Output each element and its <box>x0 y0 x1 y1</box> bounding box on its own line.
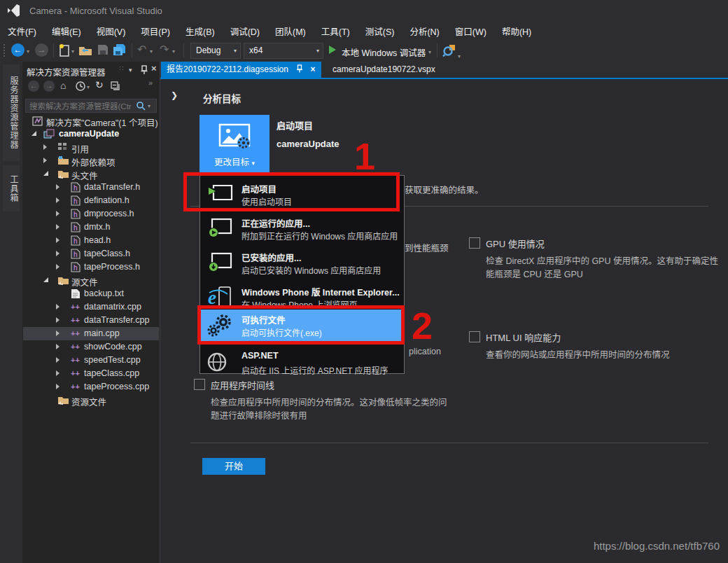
start-debug-play-icon[interactable] <box>329 46 336 54</box>
new-file-caret-icon[interactable]: ▾ <box>71 48 74 55</box>
tree-item-tapeProcess.cpp[interactable]: ++tapeProcess.cpp <box>23 380 159 394</box>
collapsed-arrow-icon[interactable] <box>56 304 59 310</box>
menu-item-3[interactable]: 项目(P) <box>133 21 178 39</box>
tree-item-datamatrix.cpp[interactable]: ++datamatrix.cpp <box>23 300 159 314</box>
tab-pin-icon[interactable] <box>296 64 303 73</box>
collapse-chevron-icon[interactable]: ❯ <box>171 90 178 100</box>
panel-options-icon[interactable]: ∷ <box>119 64 123 72</box>
solution-configuration-select[interactable]: Debug▾ <box>190 43 241 59</box>
collapsed-arrow-icon[interactable] <box>43 144 47 150</box>
side-tab-server-explorer[interactable]: 服务器资源管理器 <box>3 64 20 161</box>
tree-item-头文件[interactable]: 头文件 <box>23 167 159 181</box>
menu-item-5[interactable]: 调试(D) <box>223 21 267 39</box>
tree-item-backup.txt[interactable]: backup.txt <box>23 287 159 300</box>
tree-item-源文件[interactable]: 源文件 <box>23 274 159 287</box>
se-back-button[interactable]: ← <box>28 81 39 92</box>
se-pending-caret-icon[interactable]: ▾ <box>87 84 90 90</box>
tree-item-dmtx.h[interactable]: hdmtx.h <box>23 221 159 234</box>
menu-item-4[interactable]: 生成(B) <box>178 21 223 39</box>
side-tab-toolbox[interactable]: 工具箱 <box>3 165 20 211</box>
se-forward-button[interactable]: → <box>43 81 55 92</box>
undo-button[interactable]: ↶ <box>137 43 146 56</box>
tab-diagsession[interactable]: 报告20190722-2112.diagsession × <box>161 62 321 78</box>
collapsed-arrow-icon[interactable] <box>56 344 59 349</box>
se-home-icon[interactable]: ⌂ <box>60 80 66 91</box>
profiler-button[interactable] <box>442 43 456 57</box>
tree-item-tapeProcess.h[interactable]: htapeProcess.h <box>23 260 159 274</box>
tree-item-dataTransfer.cpp[interactable]: ++dataTransfer.cpp <box>23 314 159 327</box>
close-panel-icon[interactable]: × <box>151 63 157 74</box>
collapsed-arrow-icon[interactable] <box>56 370 59 376</box>
target-menu-item-1[interactable]: 正在运行的应用...附加到正在运行的 Windows 应用商店应用 <box>201 213 403 246</box>
menu-item-10[interactable]: 窗口(W) <box>447 21 494 39</box>
collapsed-arrow-icon[interactable] <box>56 384 59 389</box>
redo-caret-icon[interactable]: ▾ <box>172 48 175 55</box>
save-button[interactable] <box>97 44 108 55</box>
start-button[interactable]: 开始 <box>202 458 265 475</box>
tab-close-icon[interactable]: × <box>311 64 316 74</box>
collapsed-arrow-icon[interactable] <box>56 357 59 363</box>
tree-item-speedTest.cpp[interactable]: ++speedTest.cpp <box>23 354 159 367</box>
collapsed-arrow-icon[interactable] <box>56 197 59 203</box>
target-menu-item-5[interactable]: ASP.NET启动在 IIS 上运行的 ASP.NET 应用程序 <box>201 347 403 381</box>
target-menu-item-2[interactable]: 已安装的应用...启动已安装的 Windows 应用商店应用 <box>201 247 403 281</box>
tree-item-dataTransfer.h[interactable]: hdataTransfer.h <box>23 181 159 194</box>
save-all-button[interactable] <box>113 43 126 56</box>
new-file-button[interactable] <box>59 43 70 57</box>
collapsed-arrow-icon[interactable] <box>56 317 59 323</box>
menu-item-7[interactable]: 工具(T) <box>314 21 358 39</box>
solution-platform-select[interactable]: x64▾ <box>244 43 323 59</box>
menu-item-11[interactable]: 帮助(H) <box>494 21 539 39</box>
collapsed-arrow-icon[interactable] <box>43 158 47 163</box>
collapsed-arrow-icon[interactable] <box>56 211 59 216</box>
navigate-forward-button[interactable]: → <box>35 43 48 57</box>
redo-button[interactable]: ↷ <box>160 43 169 56</box>
tree-item-外部依赖项[interactable]: 外部依赖项 <box>23 154 159 167</box>
tree-item-资源文件[interactable]: 资源文件 <box>23 394 159 407</box>
toolbar-overflow-icon[interactable]: ▾ <box>458 53 461 60</box>
start-debug-button[interactable]: 本地 Windows 调试器 <box>342 46 426 59</box>
html-ui-checkbox[interactable] <box>469 331 480 342</box>
tree-item-head.h[interactable]: hhead.h <box>23 234 159 247</box>
menu-item-0[interactable]: 文件(F) <box>0 21 44 39</box>
open-file-button[interactable] <box>78 44 92 56</box>
tree-item-引用[interactable]: 引用 <box>23 141 159 154</box>
se-pending-changes-icon[interactable] <box>76 81 85 91</box>
expanded-arrow-icon[interactable] <box>43 277 48 282</box>
undo-caret-icon[interactable]: ▾ <box>150 48 153 55</box>
collapsed-arrow-icon[interactable] <box>56 251 59 256</box>
navigate-back-button[interactable]: ← <box>11 43 24 57</box>
tree-item-main.cpp[interactable]: ++main.cpp <box>23 327 159 340</box>
se-collapse-all-icon[interactable] <box>111 81 121 91</box>
search-options-caret-icon[interactable]: ▾ <box>148 103 150 109</box>
tree-item-dmprocess.h[interactable]: hdmprocess.h <box>23 207 159 221</box>
tree-item-defination.h[interactable]: hdefination.h <box>23 194 159 207</box>
collapsed-arrow-icon[interactable] <box>56 331 59 336</box>
tree-item-cameraUpdate[interactable]: cameraUpdate <box>23 127 159 141</box>
collapsed-arrow-icon[interactable] <box>56 264 59 270</box>
expanded-arrow-icon[interactable] <box>43 171 48 176</box>
navigate-back-caret-icon[interactable]: ▾ <box>27 48 29 55</box>
se-toolbar-overflow-icon[interactable]: » <box>148 78 153 87</box>
collapsed-arrow-icon[interactable] <box>56 184 59 190</box>
solution-search-input[interactable] <box>28 100 136 113</box>
search-icon[interactable] <box>136 102 146 111</box>
collapsed-arrow-icon[interactable] <box>56 237 59 243</box>
tree-item-showCode.cpp[interactable]: ++showCode.cpp <box>23 340 159 354</box>
expanded-arrow-icon[interactable] <box>31 131 36 136</box>
tree-item-解决方案"Camera"(1 个项目)[interactable]: 解决方案"Camera"(1 个项目) <box>23 114 159 127</box>
gpu-usage-checkbox[interactable] <box>469 237 480 249</box>
start-debug-caret-icon[interactable]: ▾ <box>428 49 431 55</box>
change-target-button[interactable]: 更改目标 ▾ <box>200 115 270 174</box>
se-sync-icon[interactable]: ↻ <box>95 79 104 90</box>
menu-item-8[interactable]: 测试(S) <box>358 21 402 39</box>
menu-item-2[interactable]: 视图(V) <box>89 21 134 39</box>
panel-dropdown-icon[interactable]: ▾ <box>129 67 132 74</box>
collapsed-arrow-icon[interactable] <box>56 224 59 230</box>
tree-item-tapeClass.h[interactable]: htapeClass.h <box>23 247 159 260</box>
menu-item-1[interactable]: 编辑(E) <box>44 21 89 39</box>
menu-item-6[interactable]: 团队(M) <box>267 21 314 39</box>
tree-item-tapeClass.cpp[interactable]: ++tapeClass.cpp <box>23 367 159 380</box>
tab-vspx[interactable]: cameraUpdate190722.vspx <box>326 62 442 78</box>
pin-icon[interactable] <box>140 65 148 75</box>
